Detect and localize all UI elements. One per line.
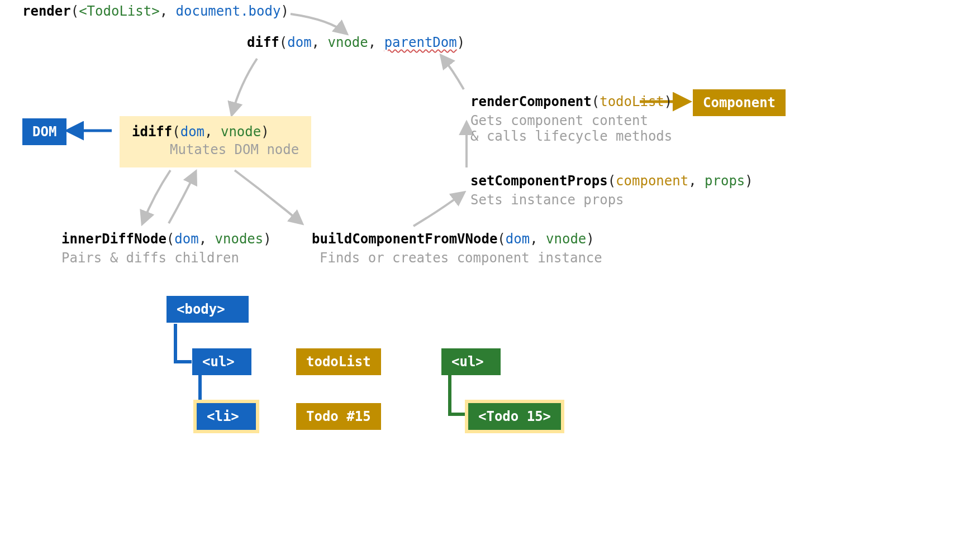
diff-call: diff(dom, vnode, parentDom) bbox=[247, 35, 465, 50]
render-call: render(<TodoList>, document.body) bbox=[22, 3, 289, 19]
render-arg2: document.body bbox=[176, 3, 281, 19]
innerdiffnode-desc: Pairs & diffs children bbox=[61, 250, 272, 266]
setcomponentprops-call: setComponentProps(component, props) Sets… bbox=[470, 173, 753, 208]
diff-fn: diff bbox=[247, 35, 279, 50]
idiff-desc: Mutates DOM node bbox=[170, 142, 299, 157]
tree-todolist: todoList bbox=[296, 348, 381, 375]
tree-li: <li> bbox=[197, 403, 256, 430]
render-fn: render bbox=[22, 3, 71, 19]
setcomponentprops-desc: Sets instance props bbox=[470, 192, 753, 208]
diagram-arrows bbox=[0, 0, 980, 546]
component-box: Component bbox=[693, 89, 786, 116]
innerdiffnode-call: innerDiffNode(dom, vnodes) Pairs & diffs… bbox=[61, 231, 272, 266]
tree-ul2: <ul> bbox=[441, 348, 501, 375]
tree-li-highlight: <li> bbox=[193, 400, 259, 433]
idiff-box: idiff(dom, vnode) Mutates DOM node bbox=[120, 116, 311, 167]
buildcomponent-desc: Finds or creates component instance bbox=[320, 250, 602, 266]
tree-todo15tag: <Todo 15> bbox=[468, 403, 561, 430]
idiff-fn: idiff bbox=[132, 124, 172, 140]
tree-ul: <ul> bbox=[192, 348, 251, 375]
tree-body: <body> bbox=[166, 296, 249, 323]
tree-todo15tag-highlight: <Todo 15> bbox=[465, 400, 564, 433]
render-arg1: <TodoList> bbox=[79, 3, 160, 19]
dom-box: DOM bbox=[22, 118, 66, 145]
tree-todo15: Todo #15 bbox=[296, 403, 381, 430]
rendercomponent-call: renderComponent(todoList) Gets component… bbox=[470, 94, 672, 144]
buildcomponent-call: buildComponentFromVNode(dom, vnode) Find… bbox=[312, 231, 602, 266]
